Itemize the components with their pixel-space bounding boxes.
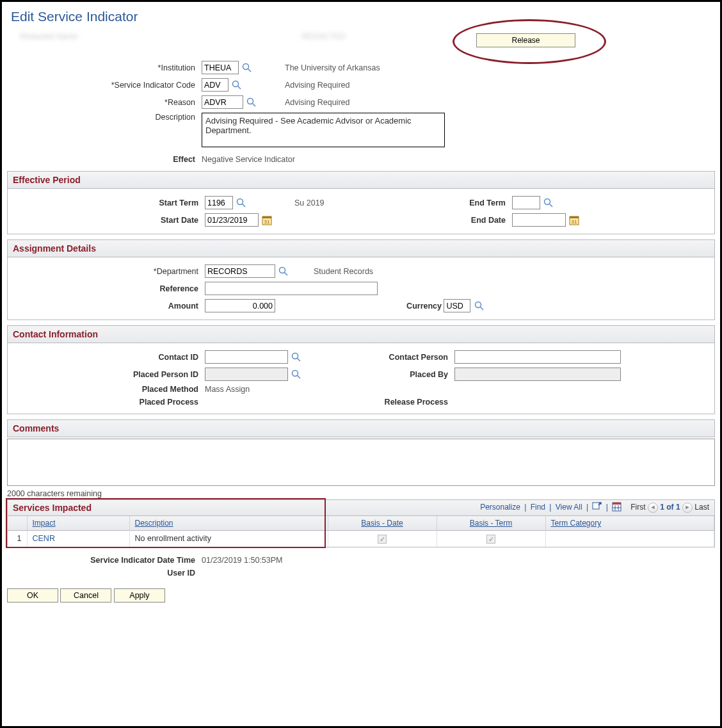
svg-text:31: 31: [572, 219, 577, 225]
department-desc: Student Records: [311, 263, 712, 280]
basis-date-check: ✓: [378, 535, 387, 544]
si-datetime-label: Service Indicator Date Time: [10, 556, 195, 565]
user-id-label: User ID: [10, 569, 195, 578]
svg-point-0: [243, 64, 249, 70]
lookup-icon[interactable]: [278, 266, 289, 277]
placed-by-input: [454, 368, 621, 381]
end-date-input[interactable]: [512, 213, 566, 227]
description-box: Advising Required - See Academic Advisor…: [202, 113, 445, 147]
amount-input[interactable]: [205, 299, 275, 312]
svg-point-16: [280, 268, 285, 273]
placed-person-id-input: [205, 368, 288, 381]
start-date-input[interactable]: [205, 213, 259, 227]
effect-label: Effect: [10, 155, 195, 164]
col-impact[interactable]: Impact: [27, 516, 129, 531]
svg-line-23: [298, 376, 301, 379]
row-description: No enrollment activity: [129, 531, 328, 547]
svg-line-17: [285, 273, 288, 276]
end-term-input[interactable]: [512, 196, 540, 209]
svg-line-3: [238, 86, 241, 90]
svg-point-4: [248, 99, 253, 104]
effect-value: Negative Service Indicator: [199, 153, 715, 166]
lookup-icon[interactable]: [242, 63, 252, 73]
svg-line-9: [550, 204, 553, 207]
svg-text:31: 31: [264, 219, 270, 225]
impact-link[interactable]: CENR: [33, 534, 55, 543]
department-input[interactable]: [205, 264, 275, 278]
view-all-link[interactable]: View All: [556, 503, 582, 512]
col-description[interactable]: Description: [129, 516, 328, 531]
svg-point-6: [237, 199, 243, 205]
download-icon[interactable]: [612, 502, 622, 514]
svg-point-18: [475, 302, 481, 308]
services-impacted-title: Services Impacted: [13, 503, 480, 513]
find-link[interactable]: Find: [531, 503, 545, 512]
col-basis-term[interactable]: Basis - Term: [437, 516, 545, 531]
col-basis-date[interactable]: Basis - Date: [328, 516, 437, 531]
reason-desc: Advising Required: [282, 93, 715, 111]
release-button[interactable]: Release: [476, 33, 575, 47]
col-term-category[interactable]: Term Category: [545, 516, 714, 531]
sic-desc: Advising Required: [282, 76, 715, 93]
institution-label: Institution: [10, 63, 195, 72]
apply-button[interactable]: Apply: [114, 588, 165, 603]
svg-line-19: [480, 307, 483, 311]
lookup-icon[interactable]: [543, 198, 554, 208]
lookup-icon[interactable]: [291, 369, 301, 380]
lookup-icon[interactable]: [474, 301, 485, 311]
description-label: Description: [10, 113, 195, 122]
svg-point-2: [233, 81, 239, 87]
row-idx: 1: [8, 531, 27, 547]
sic-label: Service Indicator Code: [10, 81, 195, 90]
svg-line-1: [248, 69, 252, 72]
currency-input[interactable]: [444, 299, 470, 312]
department-label: Department: [13, 267, 198, 276]
last-link[interactable]: Last: [694, 503, 709, 512]
start-term-label: Start Term: [13, 198, 198, 207]
assignment-details-header: Assignment Details: [7, 239, 715, 257]
contact-person-input[interactable]: [454, 350, 621, 364]
placed-method-label: Placed Method: [13, 385, 198, 394]
personalize-link[interactable]: Personalize: [480, 503, 520, 512]
calendar-icon[interactable]: 31: [262, 215, 272, 225]
placed-method-value: Mass Assign: [202, 383, 712, 396]
reason-label: Reason: [10, 98, 195, 107]
lookup-icon[interactable]: [291, 352, 301, 362]
lookup-icon[interactable]: [236, 198, 246, 208]
institution-input[interactable]: [202, 61, 239, 74]
first-link[interactable]: First: [630, 503, 645, 512]
comments-textarea[interactable]: [7, 439, 715, 486]
reason-input[interactable]: [202, 95, 243, 109]
end-date-label: End Date: [435, 216, 506, 225]
end-term-label: End Term: [435, 198, 506, 207]
student-id-redacted: REDACTED: [301, 32, 346, 41]
start-date-label: Start Date: [13, 216, 198, 225]
reference-input[interactable]: [205, 282, 378, 295]
next-page-icon[interactable]: ►: [682, 503, 693, 513]
sic-input[interactable]: [202, 78, 229, 92]
contact-information-header: Contact Information: [7, 325, 715, 343]
start-term-input[interactable]: [205, 196, 233, 209]
contact-id-label: Contact ID: [13, 353, 198, 362]
reference-label: Reference: [13, 284, 198, 293]
svg-point-8: [545, 199, 550, 205]
page-title: Edit Service Indicator: [11, 9, 715, 24]
svg-rect-24: [593, 503, 599, 509]
ok-button[interactable]: OK: [7, 588, 58, 603]
lookup-icon[interactable]: [246, 97, 257, 108]
contact-id-input[interactable]: [205, 350, 288, 364]
institution-desc: The University of Arkansas: [282, 59, 715, 76]
svg-point-22: [293, 371, 298, 376]
svg-line-5: [253, 104, 256, 107]
zoom-icon[interactable]: [592, 502, 602, 514]
table-row: 1 CENR No enrollment activity ✓ ✓: [8, 531, 714, 547]
calendar-icon[interactable]: 31: [569, 215, 579, 225]
svg-line-21: [298, 359, 301, 362]
contact-person-label: Contact Person: [365, 353, 448, 362]
svg-line-7: [243, 204, 246, 207]
row-term-category: [545, 531, 714, 547]
cancel-button[interactable]: Cancel: [60, 588, 111, 603]
prev-page-icon[interactable]: ◄: [648, 503, 658, 513]
lookup-icon[interactable]: [232, 80, 242, 90]
svg-rect-11: [262, 216, 271, 218]
